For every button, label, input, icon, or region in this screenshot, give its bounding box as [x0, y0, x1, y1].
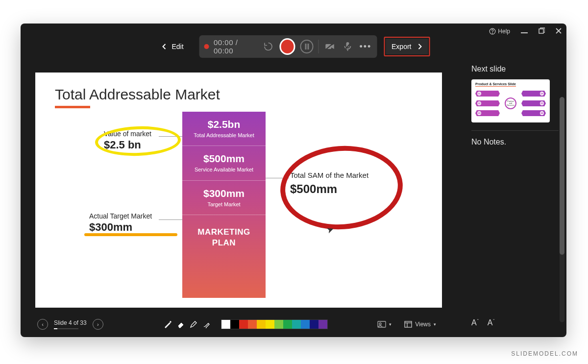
pillar-2-value: $500mm	[188, 153, 260, 165]
recording-bar: 00:00 / 00:00 •••	[199, 35, 377, 58]
slide-progress	[54, 328, 78, 329]
color-swatch[interactable]	[318, 320, 327, 329]
minimize-button[interactable]	[521, 32, 528, 33]
thumb-title: Product & Services Slide	[475, 82, 516, 87]
camera-button[interactable]	[323, 40, 336, 53]
center-pillar: $2.5bnTotal Addressable Market $500mmSer…	[182, 112, 266, 298]
svg-rect-4	[307, 44, 309, 49]
color-swatch[interactable]	[248, 320, 257, 329]
time-current: 00:00	[214, 38, 233, 47]
prev-slide-button[interactable]: ‹	[37, 319, 48, 330]
target-market-block: Actual Target Market $300mm	[89, 212, 152, 234]
color-swatch[interactable]	[274, 320, 283, 329]
pillar-3-value: $300mm	[188, 188, 260, 199]
slide-counter: Slide 4 of 33	[54, 319, 87, 326]
color-swatch[interactable]	[239, 320, 248, 329]
presenter-bottom-bar: ‹ Slide 4 of 33 › ▾ Views ▾	[35, 314, 442, 335]
record-indicator-icon	[204, 44, 209, 49]
pillar-3-label: Target Market	[188, 201, 260, 208]
maximize-button[interactable]	[539, 27, 545, 35]
next-slide-button[interactable]: ›	[93, 319, 103, 330]
increase-font-button[interactable]: Aˆ	[471, 318, 479, 327]
next-slide-heading: Next slide	[471, 65, 559, 73]
view-controls: ▾ Views ▾	[373, 319, 440, 330]
next-slide-thumbnail[interactable]: Product & Services Slide 0104 02Product …	[471, 79, 550, 122]
recording-toolbar: Edit 00:00 / 00:00 ••• Export	[157, 35, 430, 58]
close-button[interactable]	[556, 28, 562, 35]
panel-divider	[471, 130, 559, 131]
color-swatch[interactable]	[257, 320, 266, 329]
retake-button[interactable]	[262, 40, 274, 53]
pillar-1-label: Total Addressable Market	[188, 132, 260, 139]
notes-scrollbar[interactable]	[560, 97, 564, 322]
color-swatch[interactable]	[310, 320, 318, 329]
laser-tool[interactable]	[163, 319, 173, 329]
target-market-label: Actual Target Market	[89, 212, 152, 220]
color-palette	[221, 319, 328, 329]
svg-rect-2	[539, 29, 543, 33]
pillar-2-label: Service Available Market	[188, 166, 260, 173]
toolbar-divider	[318, 40, 318, 53]
color-swatch[interactable]	[283, 320, 292, 329]
red-annotation	[277, 142, 405, 233]
pause-button[interactable]	[300, 40, 314, 53]
edit-button[interactable]: Edit	[157, 40, 193, 53]
edit-label: Edit	[172, 43, 184, 50]
svg-rect-12	[405, 321, 412, 327]
side-panel: Next slide Product & Services Slide 0104…	[464, 48, 566, 337]
marketing-plan-label: MARKETING PLAN	[182, 215, 266, 260]
color-swatch[interactable]	[221, 320, 230, 329]
highlighter-tool[interactable]	[201, 319, 211, 329]
color-swatch[interactable]	[266, 320, 274, 329]
help-button[interactable]: Help	[489, 28, 510, 35]
svg-point-1	[492, 33, 493, 33]
color-swatch[interactable]	[301, 320, 310, 329]
record-button[interactable]	[280, 38, 295, 55]
decrease-font-button[interactable]: Aˇ	[488, 318, 495, 327]
time-total: 00:00	[214, 47, 233, 55]
views-button[interactable]: Views ▾	[400, 319, 440, 330]
ink-tools	[163, 319, 211, 329]
export-highlight: Export	[384, 37, 430, 56]
watermark: SLIDEMODEL.COM	[511, 350, 578, 357]
views-label: Views	[415, 321, 431, 328]
notes-label: No Notes.	[471, 138, 559, 146]
eraser-tool[interactable]	[176, 319, 186, 329]
slide-title: Total Addressable Market	[55, 86, 442, 103]
app-window: Help Edit 00:00 / 00:00 ••• Export	[21, 24, 566, 337]
svg-point-9	[170, 321, 171, 322]
svg-rect-3	[305, 44, 306, 49]
microphone-button[interactable]	[342, 40, 354, 53]
connector-line	[159, 219, 182, 220]
svg-point-11	[379, 323, 381, 325]
export-button[interactable]: Export	[386, 39, 428, 54]
pillar-1-value: $2.5bn	[188, 119, 260, 130]
help-label: Help	[498, 28, 510, 35]
window-controls: Help	[489, 27, 562, 35]
time-display: 00:00 / 00:00	[214, 38, 257, 55]
cameo-button[interactable]: ▾	[373, 319, 395, 330]
orange-annotation	[84, 233, 177, 236]
more-options-button[interactable]: •••	[359, 40, 372, 53]
export-label: Export	[392, 43, 411, 50]
svg-rect-5	[325, 44, 331, 49]
color-swatch[interactable]	[230, 320, 239, 329]
slide-canvas[interactable]: Total Addressable Market $2.5bnTotal Add…	[35, 73, 442, 308]
pen-tool[interactable]	[189, 319, 198, 329]
target-market-value: $300mm	[89, 221, 152, 234]
title-underline	[55, 106, 90, 108]
color-swatch[interactable]	[292, 320, 301, 329]
